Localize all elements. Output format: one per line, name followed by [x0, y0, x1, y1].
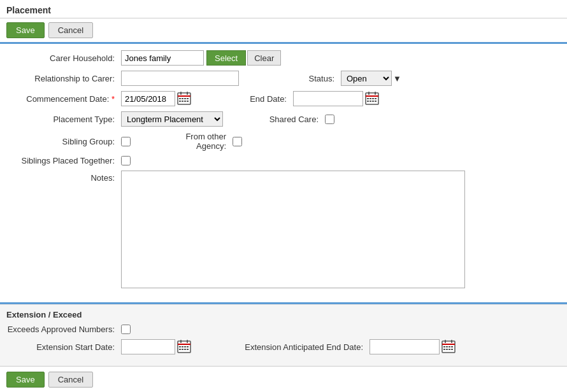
svg-rect-9 — [182, 101, 183, 102]
svg-rect-34 — [184, 349, 186, 350]
carer-household-label: Carer Household: — [6, 53, 121, 63]
status-select[interactable]: Open Closed — [341, 71, 392, 86]
svg-rect-20 — [367, 101, 369, 102]
shared-care-label: Shared Care: — [248, 115, 325, 124]
commencement-calendar-icon[interactable] — [177, 91, 191, 105]
placement-type-label: Placement Type: — [6, 115, 121, 124]
svg-rect-17 — [370, 98, 371, 99]
svg-rect-5 — [182, 98, 183, 99]
placement-type-row: Placement Type: Longterm Placement Short… — [6, 111, 561, 127]
dates-row: Commencement Date: * — [6, 91, 561, 106]
svg-rect-25 — [178, 344, 190, 345]
svg-rect-10 — [184, 101, 186, 102]
end-date-input[interactable] — [293, 91, 363, 106]
carer-household-input[interactable] — [121, 50, 204, 66]
extension-end-date-section: Extension Anticipated End Date: — [242, 339, 456, 354]
from-other-agency-checkbox[interactable] — [233, 137, 242, 146]
svg-rect-14 — [368, 92, 370, 95]
svg-rect-4 — [179, 98, 181, 99]
top-cancel-button[interactable]: Cancel — [48, 22, 93, 38]
notes-textarea[interactable] — [121, 171, 465, 288]
extension-start-date-input[interactable] — [121, 339, 175, 354]
svg-rect-37 — [442, 344, 455, 345]
svg-rect-31 — [187, 346, 189, 347]
shared-care-section: Shared Care: — [248, 115, 334, 124]
select-button[interactable]: Select — [206, 50, 246, 66]
svg-rect-47 — [451, 349, 453, 350]
exceeds-checkbox[interactable] — [121, 325, 131, 334]
relationship-status-row: Relationship to Carer: Status: Open Clos… — [6, 71, 561, 86]
top-toolbar: Save Cancel — [0, 18, 567, 44]
svg-rect-35 — [187, 349, 189, 350]
svg-rect-18 — [372, 98, 374, 99]
svg-rect-27 — [187, 340, 188, 343]
exceeds-row: Exceeds Approved Numbers: — [6, 325, 561, 334]
relationship-input[interactable] — [121, 71, 239, 86]
placement-form: Carer Household: Select Clear Relationsh… — [0, 44, 567, 300]
placement-type-select[interactable]: Longterm Placement Short Term Respite Em… — [121, 111, 223, 127]
commencement-date-input[interactable] — [121, 91, 175, 106]
svg-rect-21 — [370, 101, 371, 102]
svg-rect-38 — [445, 340, 446, 343]
svg-rect-45 — [446, 349, 448, 350]
bottom-save-button[interactable]: Save — [6, 372, 45, 388]
status-section: Status: Open Closed ▼ — [264, 71, 401, 86]
exceeds-label: Exceeds Approved Numbers: — [6, 325, 121, 334]
sibling-group-checkbox[interactable] — [121, 137, 131, 146]
from-other-agency-label: From other Agency: — [156, 132, 233, 151]
svg-rect-40 — [443, 346, 445, 347]
relationship-label: Relationship to Carer: — [6, 74, 121, 83]
end-date-section: End Date: — [217, 91, 379, 106]
siblings-placed-label: Siblings Placed Together: — [6, 156, 121, 165]
placement-page: Placement Save Cancel Carer Household: S… — [0, 0, 567, 392]
status-dropdown-icon: ▼ — [393, 74, 401, 83]
svg-rect-29 — [182, 346, 183, 347]
svg-rect-23 — [375, 101, 377, 102]
svg-rect-16 — [367, 98, 369, 99]
svg-rect-43 — [451, 346, 453, 347]
sibling-group-row: Sibling Group: From other Agency: — [6, 132, 561, 151]
svg-rect-3 — [187, 92, 188, 95]
svg-rect-33 — [182, 349, 183, 350]
page-title: Placement — [0, 0, 567, 18]
shared-care-checkbox[interactable] — [325, 115, 334, 124]
status-label: Status: — [264, 74, 341, 83]
svg-rect-30 — [184, 346, 186, 347]
svg-rect-13 — [366, 95, 378, 97]
notes-label: Notes: — [6, 171, 121, 183]
extension-start-label: Extension Start Date: — [6, 342, 121, 352]
extension-section: Extension / Exceed Exceeds Approved Numb… — [0, 304, 567, 366]
svg-rect-26 — [180, 340, 182, 343]
svg-rect-11 — [187, 101, 189, 102]
svg-rect-46 — [449, 349, 450, 350]
extension-start-calendar-icon[interactable] — [177, 339, 191, 353]
bottom-cancel-button[interactable]: Cancel — [48, 372, 93, 388]
svg-rect-28 — [179, 346, 181, 347]
extension-end-date-input[interactable] — [370, 339, 440, 354]
svg-rect-15 — [375, 92, 376, 95]
svg-rect-1 — [178, 95, 190, 97]
svg-rect-41 — [446, 346, 448, 347]
svg-rect-32 — [179, 349, 181, 350]
end-date-label: End Date: — [217, 94, 293, 104]
clear-button[interactable]: Clear — [247, 50, 281, 66]
commencement-label: Commencement Date: * — [6, 94, 121, 104]
from-other-agency-section: From other Agency: — [156, 132, 242, 151]
top-save-button[interactable]: Save — [6, 22, 45, 38]
svg-rect-39 — [451, 340, 452, 343]
siblings-placed-checkbox[interactable] — [121, 156, 131, 165]
carer-household-row: Carer Household: Select Clear — [6, 50, 561, 66]
extension-dates-row: Extension Start Date: — [6, 339, 561, 354]
svg-rect-42 — [449, 346, 450, 347]
extension-end-label: Extension Anticipated End Date: — [242, 342, 370, 352]
svg-rect-22 — [372, 101, 374, 102]
siblings-placed-row: Siblings Placed Together: — [6, 156, 561, 165]
svg-rect-7 — [187, 98, 189, 99]
svg-rect-8 — [179, 101, 181, 102]
end-date-calendar-icon[interactable] — [365, 91, 379, 105]
svg-rect-2 — [180, 92, 182, 95]
extension-end-calendar-icon[interactable] — [441, 339, 456, 353]
extension-title: Extension / Exceed — [6, 310, 561, 319]
bottom-toolbar: Save Cancel — [0, 366, 567, 392]
svg-rect-44 — [443, 349, 445, 350]
